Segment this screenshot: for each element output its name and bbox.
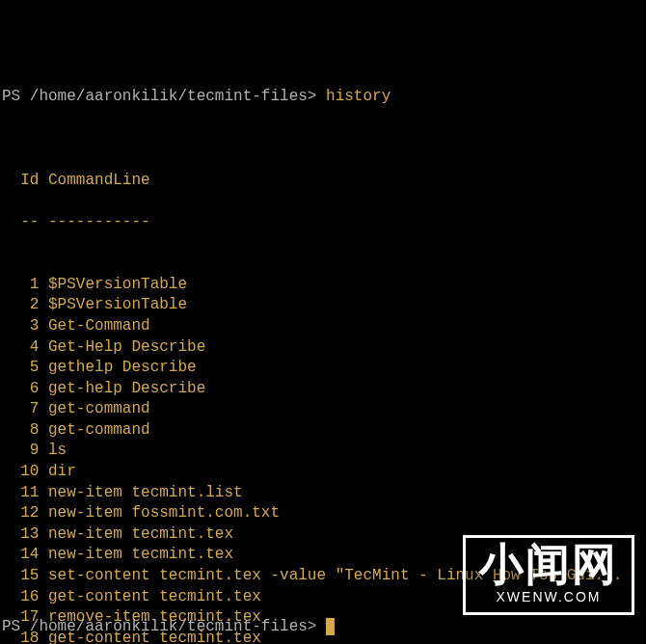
history-id: 13 <box>2 524 39 546</box>
watermark-sub: XWENW.COM <box>479 588 618 606</box>
history-id: 7 <box>2 399 39 420</box>
prompt-suffix: > <box>308 618 326 635</box>
history-id: 3 <box>2 316 39 337</box>
history-command: new-item tecmint.tex <box>48 546 233 563</box>
history-command: gethelp Describe <box>48 359 197 376</box>
history-command: get-help Describe <box>48 380 205 397</box>
prompt-path: /home/aaronkilik/tecmint-files <box>30 618 308 635</box>
history-id: 4 <box>2 337 39 359</box>
history-row: 9 ls <box>2 441 644 462</box>
history-row: 2 $PSVersionTable <box>2 295 644 316</box>
history-id: 8 <box>2 420 39 442</box>
history-command: ls <box>48 442 67 459</box>
history-row: 6 get-help Describe <box>2 379 644 400</box>
history-command: new-item tecmint.list <box>48 484 243 501</box>
history-command: get-command <box>48 421 150 439</box>
history-row: 1 $PSVersionTable <box>2 275 644 296</box>
history-id: 1 <box>2 275 39 296</box>
cursor-icon <box>326 618 335 635</box>
history-header: Id CommandLine <box>2 171 644 192</box>
history-command: get-content tecmint.tex <box>48 588 261 605</box>
watermark: 小闻网 XWENW.COM <box>463 535 634 615</box>
history-row: 4 Get-Help Describe <box>2 337 644 359</box>
header-id: Id <box>20 172 39 189</box>
history-row: 7 get-command <box>2 399 644 420</box>
history-id: 12 <box>2 503 39 524</box>
history-id: 6 <box>2 379 39 400</box>
prompt-line-top[interactable]: PS /home/aaronkilik/tecmint-files> histo… <box>2 87 644 108</box>
history-row: 11 new-item tecmint.list <box>2 483 644 504</box>
header-cmd: CommandLine <box>48 172 150 189</box>
history-id: 9 <box>2 441 39 462</box>
typed-command: history <box>326 88 390 105</box>
sep-id: -- <box>20 213 39 230</box>
prompt-path: /home/aaronkilik/tecmint-files <box>30 88 308 105</box>
history-command: $PSVersionTable <box>48 296 187 313</box>
history-id: 15 <box>2 566 39 587</box>
history-command: get-command <box>48 400 150 417</box>
history-command: new-item fossmint.com.txt <box>48 504 280 522</box>
history-id: 10 <box>2 462 39 483</box>
history-id: 14 <box>2 545 39 566</box>
history-command: Get-Help Describe <box>48 338 205 356</box>
history-row: 10 dir <box>2 462 644 483</box>
sep-cmd: ----------- <box>48 213 150 230</box>
history-command: $PSVersionTable <box>48 276 187 293</box>
history-row: 12 new-item fossmint.com.txt <box>2 503 644 524</box>
history-id: 11 <box>2 483 39 504</box>
history-command: dir <box>48 463 76 480</box>
history-command: Get-Command <box>48 317 150 335</box>
history-row: 3 Get-Command <box>2 316 644 337</box>
history-command: new-item tecmint.tex <box>48 525 233 543</box>
history-id: 2 <box>2 295 39 316</box>
watermark-main: 小闻网 <box>479 542 618 586</box>
prompt-line-bottom[interactable]: PS /home/aaronkilik/tecmint-files> <box>2 617 335 638</box>
history-separator: -- ----------- <box>2 212 644 233</box>
prompt-suffix: > <box>308 88 326 105</box>
history-row: 8 get-command <box>2 420 644 442</box>
history-id: 5 <box>2 358 39 379</box>
prompt-prefix: PS <box>2 618 30 635</box>
history-row: 5 gethelp Describe <box>2 358 644 379</box>
history-id: 16 <box>2 587 39 608</box>
prompt-prefix: PS <box>2 88 30 105</box>
